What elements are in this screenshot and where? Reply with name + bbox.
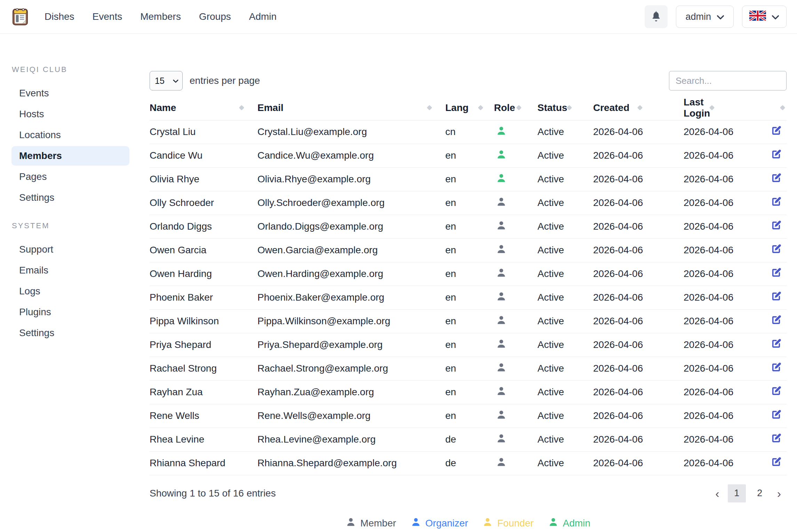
- nav-item-groups[interactable]: Groups: [199, 11, 231, 22]
- edit-member-button[interactable]: [770, 291, 782, 302]
- top-bar-right: admin: [645, 5, 787, 28]
- sidebar-item-support[interactable]: Support: [11, 240, 129, 259]
- column-header-created[interactable]: Created: [593, 96, 684, 120]
- cell-email: Rene.Wells@example.org: [257, 404, 445, 428]
- column-header-status[interactable]: Status: [537, 96, 593, 120]
- edit-member-button[interactable]: [770, 196, 782, 208]
- cell-role: [494, 380, 537, 404]
- legend-label: Organizer: [425, 518, 468, 529]
- cell-email: Owen.Garcia@example.org: [257, 238, 445, 262]
- cell-created: 2026-04-06: [593, 451, 684, 475]
- notifications-button[interactable]: [645, 5, 668, 28]
- cell-name: Rayhan Zua: [150, 380, 257, 404]
- cell-status: Active: [537, 428, 593, 451]
- role-person-icon-member: [496, 293, 507, 304]
- sidebar-item-logs[interactable]: Logs: [11, 281, 129, 301]
- edit-member-button[interactable]: [770, 243, 782, 255]
- pagination-next-button[interactable]: ›: [772, 484, 787, 502]
- sidebar-item-settings[interactable]: Settings: [11, 323, 129, 343]
- sidebar-item-pages[interactable]: Pages: [11, 167, 129, 186]
- cell-lang: en: [445, 309, 494, 333]
- cell-role: [494, 333, 537, 357]
- cell-email: Olly.Schroeder@example.org: [257, 191, 445, 215]
- role-person-icon-member: [496, 388, 507, 398]
- sidebar-item-settings[interactable]: Settings: [11, 188, 129, 207]
- edit-member-button[interactable]: [770, 149, 782, 160]
- edit-member-button[interactable]: [770, 125, 782, 137]
- cell-last-login: 2026-04-06: [684, 404, 765, 428]
- pagination-prev-button[interactable]: ‹: [710, 484, 725, 502]
- edit-member-button[interactable]: [770, 220, 782, 231]
- app-logo-clipboard-icon[interactable]: [10, 7, 30, 26]
- column-header-name[interactable]: Name: [150, 96, 257, 120]
- column-header-last-login[interactable]: Last Login: [684, 96, 765, 120]
- table-row: Olly SchroederOlly.Schroeder@example.org…: [150, 191, 787, 215]
- sort-icon[interactable]: [709, 105, 715, 111]
- sidebar-item-plugins[interactable]: Plugins: [11, 302, 129, 322]
- sort-icon[interactable]: [516, 105, 522, 111]
- edit-member-button[interactable]: [770, 338, 782, 350]
- edit-member-button[interactable]: [770, 456, 782, 468]
- nav-item-admin[interactable]: Admin: [249, 11, 277, 22]
- sidebar-item-locations[interactable]: Locations: [11, 125, 129, 145]
- user-menu-button[interactable]: admin: [676, 6, 734, 28]
- table-row: Rene WellsRene.Wells@example.orgenActive…: [150, 404, 787, 428]
- cell-name: Candice Wu: [150, 144, 257, 167]
- cell-status: Active: [537, 286, 593, 309]
- language-menu-button[interactable]: [742, 6, 787, 28]
- sort-icon[interactable]: [637, 105, 643, 111]
- entries-per-page-select[interactable]: 15: [150, 71, 183, 90]
- cell-email: Candice.Wu@example.org: [257, 144, 445, 167]
- cell-created: 2026-04-06: [593, 404, 684, 428]
- legend-label: Admin: [563, 518, 590, 529]
- edit-member-button[interactable]: [770, 267, 782, 279]
- cell-last-login: 2026-04-06: [684, 191, 765, 215]
- table-row: Rayhan ZuaRayhan.Zua@example.orgenActive…: [150, 380, 787, 404]
- pagination-page-1[interactable]: 1: [728, 484, 746, 502]
- sidebar-item-emails[interactable]: Emails: [11, 261, 129, 280]
- pagination-page-2[interactable]: 2: [751, 484, 769, 502]
- cell-actions: [765, 286, 787, 309]
- cell-last-login: 2026-04-06: [684, 262, 765, 286]
- edit-member-button[interactable]: [770, 409, 782, 421]
- legend-item-organizer: Organizer: [411, 517, 468, 530]
- sort-icon[interactable]: [239, 105, 245, 111]
- column-header-email[interactable]: Email: [257, 96, 445, 120]
- cell-role: [494, 120, 537, 144]
- edit-member-button[interactable]: [770, 314, 782, 326]
- cell-created: 2026-04-06: [593, 262, 684, 286]
- person-icon-admin: [548, 517, 558, 530]
- cell-email: Rhea.Levine@example.org: [257, 428, 445, 451]
- sort-icon[interactable]: [478, 105, 484, 111]
- sidebar-item-members[interactable]: Members: [11, 146, 129, 166]
- search-input[interactable]: [669, 71, 787, 90]
- column-label: Email: [257, 102, 284, 113]
- column-header-actions[interactable]: [765, 96, 787, 120]
- sort-icon[interactable]: [780, 105, 786, 111]
- sort-icon[interactable]: [427, 105, 432, 111]
- cell-email: Priya.Shepard@example.org: [257, 333, 445, 357]
- cell-role: [494, 428, 537, 451]
- table-row: Rhianna ShepardRhianna.Shepard@example.o…: [150, 451, 787, 475]
- entries-per-page-label: entries per page: [190, 75, 260, 86]
- cell-lang: en: [445, 167, 494, 191]
- cell-status: Active: [537, 144, 593, 167]
- sidebar-item-hosts[interactable]: Hosts: [11, 104, 129, 124]
- column-header-role[interactable]: Role: [494, 96, 537, 120]
- cell-actions: [765, 309, 787, 333]
- edit-member-button[interactable]: [770, 172, 782, 184]
- edit-member-button[interactable]: [770, 362, 782, 373]
- column-label: Lang: [445, 102, 469, 113]
- user-menu-label: admin: [685, 11, 711, 22]
- table-row: Owen HardingOwen.Harding@example.orgenAc…: [150, 262, 787, 286]
- edit-member-button[interactable]: [770, 385, 782, 397]
- cell-name: Crystal Liu: [150, 120, 257, 144]
- sort-icon[interactable]: [566, 105, 572, 111]
- nav-item-dishes[interactable]: Dishes: [45, 11, 74, 22]
- column-header-lang[interactable]: Lang: [445, 96, 494, 120]
- sidebar-item-events[interactable]: Events: [11, 84, 129, 103]
- cell-status: Active: [537, 120, 593, 144]
- nav-item-members[interactable]: Members: [140, 11, 181, 22]
- nav-item-events[interactable]: Events: [93, 11, 122, 22]
- edit-member-button[interactable]: [770, 432, 782, 444]
